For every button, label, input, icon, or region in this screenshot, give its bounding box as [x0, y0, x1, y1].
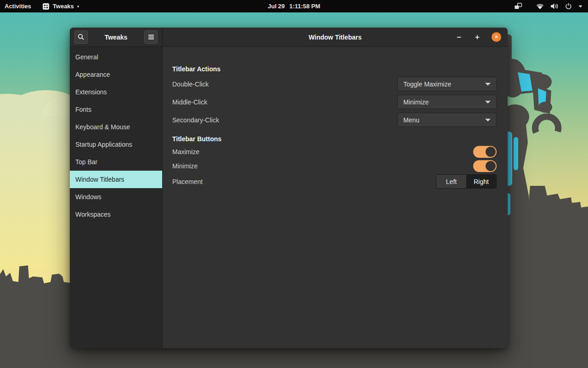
- search-button[interactable]: [74, 30, 88, 44]
- dropdown-value: Minimize: [403, 98, 429, 106]
- setting-label: Placement: [172, 178, 203, 185]
- setting-label: Maximize: [172, 148, 199, 155]
- minimize-toggle[interactable]: [473, 160, 497, 172]
- wifi-icon: [536, 3, 544, 10]
- placement-left-button[interactable]: Left: [436, 175, 466, 188]
- sidebar-item-extensions[interactable]: Extensions: [70, 83, 162, 101]
- sidebar-item-general[interactable]: General: [70, 48, 162, 66]
- maximize-toggle[interactable]: [473, 146, 497, 158]
- setting-row-placement: Placement Left Right: [172, 175, 497, 188]
- secondary-click-dropdown[interactable]: Menu: [397, 113, 497, 127]
- close-icon: ✕: [494, 34, 498, 40]
- placement-segmented-control: Left Right: [436, 174, 497, 189]
- window-controls: − + ✕: [455, 32, 508, 42]
- robot-silhouette: [499, 34, 558, 216]
- power-icon: [565, 3, 572, 10]
- sidebar-item-keyboard-mouse[interactable]: Keyboard & Mouse: [70, 118, 162, 136]
- primary-menu-button[interactable]: [144, 30, 158, 44]
- setting-label: Double-Click: [172, 80, 209, 88]
- dropdown-value: Toggle Maximize: [403, 80, 451, 88]
- sidebar-item-windows[interactable]: Windows: [70, 188, 162, 206]
- minimize-button[interactable]: −: [455, 33, 463, 41]
- chevron-down-icon: [485, 83, 491, 86]
- setting-row-maximize: Maximize: [172, 145, 497, 158]
- status-area[interactable]: [514, 0, 588, 12]
- toggle-knob: [486, 161, 496, 171]
- section-heading-titlebar-buttons: Titlebar Buttons: [172, 135, 497, 143]
- maximize-button[interactable]: +: [473, 33, 481, 41]
- toggle-knob: [486, 147, 496, 157]
- setting-row-double-click: Double-Click Toggle Maximize: [172, 77, 497, 91]
- app-menu-label: Tweaks: [53, 3, 74, 10]
- dropdown-value: Menu: [403, 116, 419, 124]
- system-menu-chevron-icon: [578, 5, 582, 8]
- placement-right-button[interactable]: Right: [466, 175, 496, 188]
- tweaks-window: Tweaks Window Titlebars − + ✕ General: [70, 28, 508, 348]
- app-menu-chevron-icon: ▾: [77, 4, 79, 9]
- setting-label: Secondary-Click: [172, 116, 219, 124]
- headerbar-left: Tweaks: [70, 28, 163, 46]
- sidebar-item-window-titlebars[interactable]: Window Titlebars: [70, 171, 162, 188]
- sidebar-item-fonts[interactable]: Fonts: [70, 101, 162, 118]
- sidebar-title: Tweaks: [88, 34, 144, 41]
- sidebar-item-appearance[interactable]: Appearance: [70, 66, 162, 83]
- sidebar-item-workspaces[interactable]: Workspaces: [70, 206, 162, 223]
- setting-row-secondary-click: Secondary-Click Menu: [172, 113, 497, 127]
- setting-label: Middle-Click: [172, 98, 207, 106]
- setting-row-middle-click: Middle-Click Minimize: [172, 95, 497, 109]
- clock-date: Jul 29: [268, 3, 285, 10]
- activities-button[interactable]: Activities: [0, 0, 38, 12]
- section-heading-titlebar-actions: Titlebar Actions: [172, 65, 497, 73]
- setting-row-minimize: Minimize: [172, 160, 497, 172]
- hamburger-menu-icon: [148, 34, 154, 40]
- setting-label: Minimize: [172, 162, 198, 170]
- chevron-down-icon: [485, 101, 491, 104]
- tweaks-app-icon: [42, 3, 50, 10]
- workspaces-stack-icon: [514, 3, 522, 10]
- volume-icon: [550, 3, 559, 10]
- headerbar-right: Window Titlebars − + ✕: [163, 28, 508, 46]
- clock-time: 1:11:58 PM: [289, 3, 320, 10]
- settings-panel: Titlebar Actions Double-Click Toggle Max…: [163, 47, 508, 348]
- close-button[interactable]: ✕: [492, 32, 501, 42]
- headerbar[interactable]: Tweaks Window Titlebars − + ✕: [70, 28, 508, 47]
- chevron-down-icon: [485, 119, 491, 121]
- clock[interactable]: Jul 29 1:11:58 PM: [268, 3, 320, 10]
- sidebar-item-startup-applications[interactable]: Startup Applications: [70, 136, 162, 153]
- middle-click-dropdown[interactable]: Minimize: [397, 95, 497, 109]
- sidebar-item-top-bar[interactable]: Top Bar: [70, 153, 162, 171]
- search-icon: [78, 34, 85, 40]
- window-body: General Appearance Extensions Fonts Keyb…: [70, 47, 508, 348]
- double-click-dropdown[interactable]: Toggle Maximize: [397, 77, 497, 91]
- system-top-bar: Activities Tweaks ▾ Jul 29 1:11:58 PM: [0, 0, 588, 12]
- app-menu[interactable]: Tweaks ▾: [38, 0, 84, 12]
- sidebar: General Appearance Extensions Fonts Keyb…: [70, 47, 163, 348]
